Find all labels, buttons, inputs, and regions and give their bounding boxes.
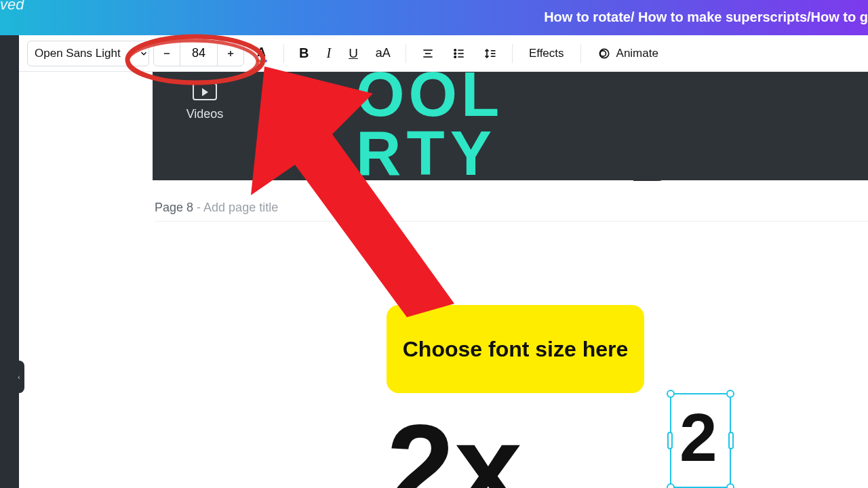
bold-button[interactable]: B xyxy=(292,41,315,66)
text-color-icon: A xyxy=(255,47,269,60)
animate-icon xyxy=(597,47,611,60)
underline-icon: U xyxy=(349,46,358,61)
align-center-icon xyxy=(421,47,435,60)
italic-button[interactable]: I xyxy=(319,41,338,66)
resize-handle-tl[interactable] xyxy=(667,390,675,398)
thumbnail-text-line1: OOL xyxy=(356,65,503,124)
bold-icon: B xyxy=(299,45,309,61)
page-thumbnail-strip: Videos OOL RTY xyxy=(153,72,868,180)
page-label[interactable]: Page 8 - Add page title xyxy=(155,201,278,215)
resize-handle-br[interactable] xyxy=(726,483,734,488)
video-icon xyxy=(193,83,217,100)
italic-icon: I xyxy=(326,45,331,61)
effects-button[interactable]: Effects xyxy=(521,41,572,66)
font-family-select[interactable]: Open Sans Light xyxy=(27,41,149,66)
text-case-icon: aA xyxy=(376,46,391,60)
page-label-sep: - xyxy=(193,201,203,214)
font-size-increase-button[interactable] xyxy=(218,41,243,66)
header-title-text: How to rotate/ How to make superscripts/… xyxy=(544,9,868,25)
chevron-down-icon xyxy=(139,49,149,58)
svg-point-6 xyxy=(454,49,456,51)
font-size-input[interactable] xyxy=(180,41,218,66)
font-size-decrease-button[interactable] xyxy=(154,41,180,66)
header-status-text: ved xyxy=(0,0,24,14)
collapse-panel-handle[interactable]: ‹ xyxy=(14,361,24,393)
font-size-stepper xyxy=(153,41,244,66)
text-color-button[interactable]: A xyxy=(248,41,275,66)
left-rail: ‹ xyxy=(0,35,19,488)
animate-label: Animate xyxy=(616,47,658,60)
svg-point-17 xyxy=(600,50,606,56)
annotation-callout-text: Choose font size here xyxy=(403,336,629,362)
svg-point-7 xyxy=(454,52,456,54)
canvas-text-main[interactable]: 2x xyxy=(387,407,522,488)
thumbnail-text: OOL RTY xyxy=(356,65,503,184)
page-title-placeholder: Add page title xyxy=(203,201,278,214)
toolbar-separator xyxy=(283,44,284,63)
annotation-callout: Choose font size here xyxy=(387,305,644,393)
toolbar-separator xyxy=(580,44,581,63)
resize-handle-left[interactable] xyxy=(667,432,673,449)
font-family-name: Open Sans Light xyxy=(35,47,139,60)
thumbnail-text-line2: RTY xyxy=(356,124,503,183)
app-header: ved How to rotate/ How to make superscri… xyxy=(0,0,868,35)
resize-handle-tr[interactable] xyxy=(726,390,734,398)
list-icon xyxy=(452,47,466,60)
selection-box[interactable]: 2 xyxy=(670,393,731,488)
resize-handle-bl[interactable] xyxy=(667,483,675,488)
effects-label: Effects xyxy=(529,47,564,60)
svg-point-8 xyxy=(454,56,456,58)
resize-handle-right[interactable] xyxy=(728,432,734,449)
toolbar-separator xyxy=(512,44,513,63)
sidebar-item-videos[interactable]: Videos xyxy=(172,83,238,121)
line-spacing-icon xyxy=(484,47,497,60)
sidebar-item-label: Videos xyxy=(172,107,238,121)
page-number: Page 8 xyxy=(155,201,193,214)
animate-button[interactable]: Animate xyxy=(589,41,667,66)
canvas-text-superscript[interactable]: 2 xyxy=(679,399,717,476)
